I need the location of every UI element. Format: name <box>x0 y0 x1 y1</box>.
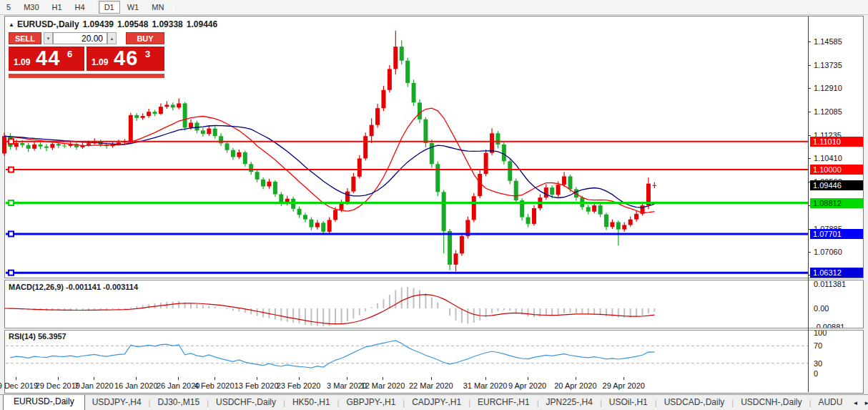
candle <box>363 136 368 158</box>
date-label: 26 Jan 2020 <box>157 381 200 390</box>
tab-audu[interactable]: AUDU <box>811 395 849 410</box>
sell-price-pip: 6 <box>67 49 72 59</box>
candle <box>141 116 145 118</box>
candle <box>460 236 464 253</box>
candle <box>213 129 217 137</box>
macd-axis-label: 0.00 <box>814 304 829 313</box>
candle <box>56 144 61 145</box>
tab-eurchf-h1[interactable]: EURCHF-,H1 <box>470 395 537 410</box>
date-label: 29 Dec 2019 <box>36 381 80 390</box>
tab-dj30-m15[interactable]: DJ30-,M15 <box>150 395 207 410</box>
date-tick <box>485 377 486 380</box>
rsi-axis-label: 0 <box>814 369 818 378</box>
sell-price-button[interactable]: 1.09 44 6 <box>9 47 84 71</box>
candle <box>604 215 608 228</box>
candle <box>237 152 241 157</box>
candle <box>14 143 19 147</box>
volume-increase-button[interactable]: ▲ <box>107 32 117 44</box>
candle <box>153 112 157 114</box>
ohlc-open: 1.09439 <box>83 19 114 29</box>
candle <box>261 180 265 187</box>
candle <box>327 220 332 231</box>
macd-indicator-label: MACD(12,26,9) -0.001141 -0.003114 <box>9 283 138 291</box>
level-price-chip: 1.07701 <box>810 229 863 239</box>
candle <box>490 133 494 152</box>
candle <box>622 225 626 229</box>
date-tick <box>214 377 215 380</box>
date-label: 22 Mar 2020 <box>409 381 453 390</box>
symbol-tab-bar: EURUSD-,DailyUSDJPY-,H4|DJ30-,M15|USDCHF… <box>0 394 868 410</box>
volume-decrease-button[interactable]: ▼ <box>44 32 53 44</box>
candle <box>634 214 638 220</box>
rsi-chart-canvas[interactable] <box>6 331 808 376</box>
macd-histogram <box>4 287 654 326</box>
toolbar-separator <box>94 1 95 13</box>
candle <box>62 145 66 146</box>
tab-cadjpy-h1[interactable]: CADJPY-,H1 <box>405 395 468 410</box>
candle <box>405 61 410 83</box>
candle <box>207 129 211 134</box>
date-axis: 19 Dec 201929 Dec 20197 Jan 202016 Jan 2… <box>5 377 808 392</box>
level-price-chip: 1.11010 <box>810 137 863 147</box>
candle <box>550 187 554 195</box>
timeframe-button-5[interactable]: 5 <box>1 1 16 14</box>
tab-usdcad-daily[interactable]: USDCAD-,Daily <box>657 395 732 410</box>
timeframe-button-d1[interactable]: D1 <box>99 1 120 14</box>
tab-usdjpy-h4[interactable]: USDJPY-,H4 <box>85 395 149 410</box>
candle <box>592 205 596 212</box>
sell-button[interactable]: SELL <box>9 32 41 44</box>
buy-price-big: 46 <box>114 47 138 70</box>
candle <box>225 143 230 150</box>
date-tick <box>94 377 94 380</box>
candle <box>20 143 24 145</box>
candle <box>219 136 223 143</box>
candle <box>87 143 91 145</box>
panel-separator-macd[interactable] <box>4 278 864 280</box>
timeframe-button-h4[interactable]: H4 <box>69 1 91 14</box>
buy-price-prefix: 1.09 <box>92 57 108 67</box>
candle <box>526 218 531 224</box>
tab-eurusd-daily[interactable]: EURUSD-,Daily <box>3 394 85 410</box>
tab-usoil-h1[interactable]: USOil-,H1 <box>602 395 655 410</box>
candle <box>129 115 133 142</box>
level-marker-1.06312[interactable] <box>9 270 14 275</box>
candle <box>243 152 247 164</box>
candle <box>448 231 452 265</box>
volume-input[interactable] <box>53 32 107 44</box>
timeframe-button-w1[interactable]: W1 <box>122 1 145 14</box>
date-tick <box>257 377 257 380</box>
tab-scroll-right-icon[interactable]: ► <box>864 400 868 406</box>
tab-hk50-h1[interactable]: HK50-,H1 <box>285 395 337 410</box>
candle <box>544 187 548 197</box>
candle <box>249 164 253 172</box>
tab-usdchf-daily[interactable]: USDCHF-,Daily <box>209 395 283 410</box>
axis-tick-label: 1.13735 <box>814 61 842 69</box>
level-marker-1.10000[interactable] <box>9 167 14 172</box>
candle <box>26 145 31 149</box>
collapse-arrow-icon[interactable]: ▲ <box>9 21 14 28</box>
rsi-axis-label: 70 <box>814 341 822 350</box>
level-marker-1.08812[interactable] <box>9 200 14 205</box>
level-marker-1.07701[interactable] <box>9 231 14 236</box>
buy-button[interactable]: BUY <box>126 32 164 44</box>
tab-usdcnh-daily[interactable]: USDCNH-,Daily <box>734 395 809 410</box>
tab-gbpjpy-h1[interactable]: GBPJPY-,H1 <box>339 395 403 410</box>
buy-price-button[interactable]: 1.09 46 3 <box>87 47 164 71</box>
candle <box>435 164 440 192</box>
price-axis-line <box>808 16 809 392</box>
tab-scroll-left-icon[interactable]: ◄ <box>852 400 858 406</box>
level-marker-1.11010[interactable] <box>9 139 14 144</box>
sell-price-prefix: 1.09 <box>14 57 30 67</box>
timeframe-button-m30[interactable]: M30 <box>18 1 44 14</box>
candle <box>273 182 277 195</box>
candle <box>610 223 614 228</box>
timeframe-button-mn[interactable]: MN <box>146 1 169 14</box>
tab-jpn225-h4[interactable]: JPN225-,H4 <box>539 395 600 410</box>
axis-tick-label: 1.14585 <box>814 37 842 46</box>
timeframe-button-h1[interactable]: H1 <box>46 1 68 14</box>
panel-separator-rsi[interactable] <box>4 328 864 331</box>
candle <box>321 223 325 232</box>
candle <box>562 176 566 185</box>
level-price-chip: 1.10000 <box>810 165 863 175</box>
ohlc-low: 1.09338 <box>152 19 182 29</box>
